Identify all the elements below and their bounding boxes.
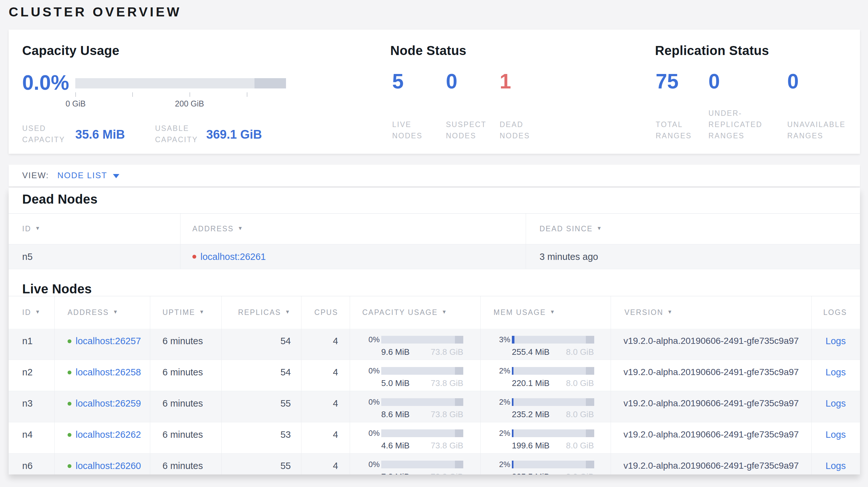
dead-col-header-dead-since[interactable]: DEAD SINCE ▼ [526, 214, 860, 244]
col-header-replicas[interactable]: REPLICAS ▼ [222, 296, 302, 329]
live-node-row: n3 localhost:26259 6 minutes 55 4 0% 8.6… [9, 391, 860, 422]
cpus-cell: 4 [302, 329, 350, 360]
suspect-nodes-label: SUSPECT NODES [446, 119, 487, 141]
mem-usage-cell: 2% 199.6 MiB 8.0 GiB [480, 422, 611, 453]
node-address-cell: localhost:26258 [55, 360, 150, 391]
uptime-cell: 6 minutes [150, 391, 222, 422]
cpus-cell: 4 [302, 422, 350, 453]
mem-usage-cell: 3% 255.4 MiB 8.0 GiB [480, 329, 611, 360]
dead-col-header-address[interactable]: ADDRESS ▼ [181, 214, 526, 244]
logs-link[interactable]: Logs [826, 336, 846, 346]
col-header-uptime[interactable]: UPTIME ▼ [150, 296, 222, 329]
live-nodes-table: ID ▼ ADDRESS ▼ UPTIME ▼ REPLICAS ▼ CPUS … [9, 296, 860, 475]
mem-total-value: 8.0 GiB [566, 378, 594, 388]
version-cell: v19.2.0-alpha.20190606-2491-gfe735c9a97 [611, 360, 812, 391]
unavailable-ranges-stat: 0 UNAVAILABLE RANGES [787, 70, 863, 141]
version-cell: v19.2.0-alpha.20190606-2491-gfe735c9a97 [611, 391, 812, 422]
mem-usage-cell: 2% 225.5 MiB 8.0 GiB [480, 454, 611, 475]
node-id-cell: n5 [9, 245, 181, 269]
capacity-minibar [381, 429, 463, 437]
capacity-usage-cell: 0% 5.0 MiB 73.8 GiB [350, 360, 480, 391]
mem-minibar [512, 429, 594, 437]
node-address-link[interactable]: localhost:26259 [75, 398, 141, 409]
replicas-cell: 55 [222, 454, 302, 475]
live-nodes-count: 5 [392, 70, 446, 93]
logs-cell: Logs [812, 329, 860, 360]
uptime-cell: 6 minutes [150, 360, 222, 391]
capacity-used-value: 8.6 MiB [381, 410, 409, 419]
uptime-cell: 6 minutes [150, 329, 222, 360]
node-live-dot-icon [68, 464, 71, 468]
node-status-heading: Node Status [390, 43, 466, 58]
node-address-link[interactable]: localhost:26262 [75, 429, 141, 440]
logs-link[interactable]: Logs [826, 461, 846, 471]
node-address-link[interactable]: localhost:26260 [75, 461, 141, 471]
capacity-minibar [381, 398, 463, 406]
sort-desc-icon: ▼ [238, 226, 244, 231]
logs-link[interactable]: Logs [826, 429, 846, 440]
usable-capacity-value: 369.1 GiB [206, 128, 262, 141]
cluster-summary-card: Capacity Usage 0.0% 0 GiB 200 GiB USED C… [9, 30, 860, 154]
mem-total-value: 8.0 GiB [566, 441, 594, 451]
dead-col-header-id[interactable]: ID ▼ [9, 214, 181, 244]
col-header-id[interactable]: ID ▼ [9, 296, 55, 329]
used-capacity-label: USED CAPACITY [22, 123, 65, 145]
total-ranges-count: 75 [656, 70, 708, 93]
col-header-address[interactable]: ADDRESS ▼ [55, 296, 150, 329]
view-dropdown[interactable]: NODE LIST [57, 170, 119, 181]
mem-used-value: 235.2 MiB [512, 410, 550, 419]
axis-label-0gib: 0 GiB [50, 99, 101, 108]
node-status-stats: 5 LIVE NODES 0 SUSPECT NODES 1 DEAD NODE… [392, 70, 553, 141]
capacity-total-value: 73.8 GiB [431, 410, 463, 419]
live-node-row: n6 localhost:26260 6 minutes 55 4 0% 7.8… [9, 454, 860, 475]
logs-link[interactable]: Logs [826, 398, 846, 409]
replicas-cell: 54 [222, 329, 302, 360]
logs-link[interactable]: Logs [826, 367, 846, 377]
capacity-total-value: 73.8 GiB [431, 378, 463, 388]
capacity-minibar [381, 367, 463, 375]
mem-used-value: 255.4 MiB [512, 347, 550, 357]
col-header-capacity-usage[interactable]: CAPACITY USAGE ▼ [350, 296, 480, 329]
under-replicated-ranges-stat: 0 UNDER- REPLICATED RANGES [708, 70, 787, 141]
replicas-cell: 54 [222, 360, 302, 391]
capacity-usage-cell: 0% 8.6 MiB 73.8 GiB [350, 391, 480, 422]
live-nodes-table-header: ID ▼ ADDRESS ▼ UPTIME ▼ REPLICAS ▼ CPUS … [9, 296, 860, 329]
col-header-mem-usage[interactable]: MEM USAGE ▼ [480, 296, 611, 329]
sort-desc-icon: ▼ [199, 309, 205, 315]
mem-used-value: 220.1 MiB [512, 378, 550, 388]
node-address-link[interactable]: localhost:26261 [200, 252, 266, 262]
node-live-dot-icon [68, 433, 71, 437]
dead-nodes-stat: 1 DEAD NODES [500, 70, 553, 141]
capacity-pct: 0% [359, 366, 380, 376]
capacity-usage-bar [75, 78, 286, 89]
capacity-pct: 0% [359, 460, 380, 469]
node-address-link[interactable]: localhost:26257 [75, 336, 141, 347]
capacity-usage-cell: 0% 9.6 MiB 73.8 GiB [350, 329, 480, 360]
axis-tick [189, 92, 190, 97]
axis-label-200gib: 200 GiB [164, 99, 215, 108]
cpus-cell: 4 [302, 454, 350, 475]
replicas-cell: 55 [222, 391, 302, 422]
dead-nodes-table: ID ▼ ADDRESS ▼ DEAD SINCE ▼ n5 localhost… [9, 213, 860, 269]
col-header-version[interactable]: VERSION ▼ [611, 296, 812, 329]
unavailable-ranges-count: 0 [787, 70, 863, 93]
mem-pct: 3% [490, 335, 510, 344]
dead-nodes-section-heading: Dead Nodes [22, 192, 97, 206]
replication-status-heading: Replication Status [655, 43, 769, 58]
col-header-cpus: CPUS [302, 296, 350, 329]
usable-capacity-label: USABLE CAPACITY [155, 123, 198, 145]
dead-nodes-table-header: ID ▼ ADDRESS ▼ DEAD SINCE ▼ [9, 214, 860, 244]
node-address-link[interactable]: localhost:26258 [75, 367, 141, 378]
capacity-used-value: 7.8 MiB [381, 472, 409, 475]
view-selector-bar: VIEW: NODE LIST [9, 165, 860, 186]
dead-node-row: n5 localhost:26261 3 minutes ago [9, 244, 860, 269]
sort-desc-icon: ▼ [35, 309, 41, 315]
sort-desc-icon: ▼ [597, 226, 602, 231]
capacity-usage-cell: 0% 7.8 MiB 73.8 GiB [350, 454, 480, 475]
logs-cell: Logs [812, 422, 860, 453]
capacity-used-value: 5.0 MiB [381, 378, 409, 388]
capacity-total-value: 73.8 GiB [431, 441, 463, 451]
mem-usage-cell: 2% 235.2 MiB 8.0 GiB [480, 391, 611, 422]
node-id-cell: n4 [9, 422, 55, 453]
used-capacity-value: 35.6 MiB [75, 128, 125, 141]
